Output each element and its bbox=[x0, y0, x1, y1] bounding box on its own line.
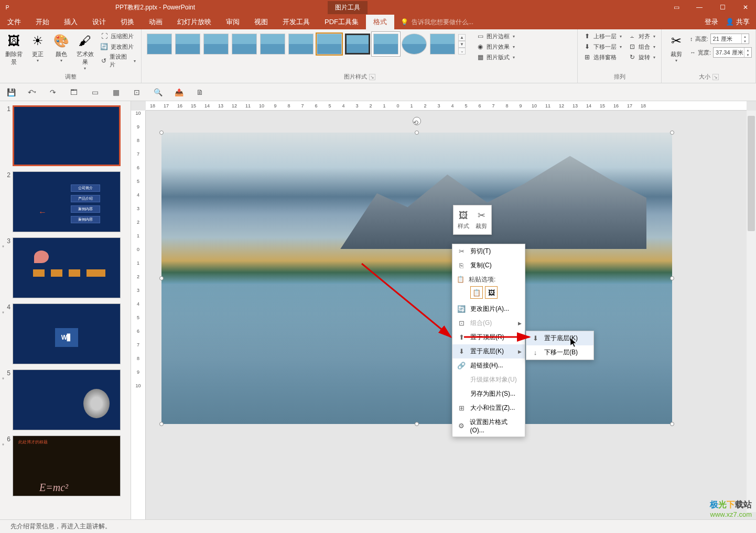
vertical-scrollbar[interactable] bbox=[747, 111, 756, 512]
style-thumb[interactable] bbox=[147, 34, 172, 55]
tab-insert[interactable]: 插入 bbox=[57, 15, 85, 29]
qat-icon-6[interactable]: 📤 bbox=[173, 86, 185, 98]
picture-border-button[interactable]: ▭图片边框▾ bbox=[474, 31, 517, 41]
qat-icon-2[interactable]: ▭ bbox=[89, 86, 101, 98]
ctx-copy[interactable]: ⎘复制(C) bbox=[452, 258, 525, 273]
style-thumb[interactable] bbox=[402, 34, 427, 55]
align-button[interactable]: ⫠对齐▾ bbox=[626, 31, 657, 41]
tab-animations[interactable]: 动画 bbox=[142, 15, 170, 29]
ctx-hyperlink[interactable]: 🔗超链接(H)... bbox=[452, 358, 525, 373]
resize-handle[interactable] bbox=[670, 276, 674, 280]
tab-file[interactable]: 文件 bbox=[0, 15, 28, 29]
tab-format[interactable]: 格式 bbox=[366, 15, 394, 29]
picture-layout-button[interactable]: ▦图片版式▾ bbox=[474, 52, 517, 62]
tab-pdf[interactable]: PDF工具集 bbox=[317, 15, 366, 29]
artistic-effects-button[interactable]: 🖌 艺术效果 ▾ bbox=[74, 31, 96, 72]
selection-pane-button[interactable]: ⊞选择窗格 bbox=[581, 52, 624, 62]
style-thumb[interactable] bbox=[203, 34, 229, 55]
dialog-launcher-icon[interactable]: ↘ bbox=[369, 74, 375, 80]
ribbon-options-icon[interactable]: ▭ bbox=[666, 0, 687, 15]
tab-slideshow[interactable]: 幻灯片放映 bbox=[170, 15, 219, 29]
tell-me-box[interactable]: 💡 告诉我您想要做什么... bbox=[401, 15, 473, 29]
style-thumb[interactable] bbox=[317, 34, 342, 55]
rotate-button[interactable]: ↻旋转▾ bbox=[626, 52, 657, 62]
selected-image[interactable] bbox=[161, 133, 672, 424]
tab-review[interactable]: 审阅 bbox=[219, 15, 247, 29]
redo-icon[interactable]: ↷ bbox=[47, 86, 59, 98]
tab-transitions[interactable]: 切换 bbox=[113, 15, 142, 29]
minimize-icon[interactable]: — bbox=[689, 0, 710, 15]
style-thumb[interactable] bbox=[260, 34, 285, 55]
slide-thumb-2[interactable]: 2 公司简介 产品介绍 案例内容 案例内容 ← bbox=[2, 171, 128, 232]
qat-icon-1[interactable]: 🗔 bbox=[68, 86, 80, 98]
slide-thumb-5[interactable]: 5* bbox=[2, 369, 128, 430]
spin-down-icon[interactable]: ▼ bbox=[744, 52, 751, 57]
scrollbar-thumb[interactable] bbox=[748, 116, 755, 231]
style-thumb[interactable] bbox=[175, 34, 200, 55]
tab-home[interactable]: 开始 bbox=[28, 15, 57, 29]
tab-developer[interactable]: 开发工具 bbox=[275, 15, 317, 29]
ctx-save-as-picture[interactable]: 另存为图片(S)... bbox=[452, 387, 525, 401]
paste-option-2[interactable]: 🖼 bbox=[485, 286, 498, 299]
contextual-tab-picture-tools[interactable]: 图片工具 bbox=[328, 1, 368, 14]
ctx-bring-to-front[interactable]: ⬆置于顶层(R)▶ bbox=[452, 330, 525, 344]
slide-thumb-1[interactable]: 1 bbox=[2, 105, 128, 166]
slide-canvas[interactable] bbox=[161, 133, 672, 424]
sub-send-to-back[interactable]: ⬇置于底层(K) bbox=[526, 331, 593, 345]
tab-design[interactable]: 设计 bbox=[85, 15, 113, 29]
resize-handle[interactable] bbox=[159, 422, 164, 426]
picture-styles-gallery[interactable]: ▲ ▼ ⌄ bbox=[145, 31, 468, 57]
group-button[interactable]: ⊡组合▾ bbox=[626, 42, 657, 51]
ctx-change-picture[interactable]: 🔄更改图片(A)... bbox=[452, 302, 525, 316]
slide-thumb-4[interactable]: 4* W▋ bbox=[2, 303, 128, 364]
qat-icon-3[interactable]: ▦ bbox=[110, 86, 122, 98]
resize-handle[interactable] bbox=[415, 130, 419, 135]
reset-picture-button[interactable]: ↺重设图片▾ bbox=[98, 52, 138, 69]
ctx-send-to-back[interactable]: ⬇置于底层(K)▶ bbox=[452, 344, 525, 358]
remove-background-button[interactable]: 🖼 删除背景 bbox=[3, 31, 25, 67]
qat-icon-5[interactable]: 🔍 bbox=[152, 86, 164, 98]
dialog-launcher-icon[interactable]: ↘ bbox=[712, 74, 719, 80]
style-thumb[interactable] bbox=[430, 34, 455, 55]
login-button[interactable]: 登录 bbox=[705, 17, 718, 27]
ctx-format-picture[interactable]: ⚙设置图片格式(O)... bbox=[452, 415, 525, 437]
crop-button[interactable]: ✂ 裁剪 ▾ bbox=[665, 31, 688, 64]
style-thumb[interactable] bbox=[232, 34, 257, 55]
style-thumb[interactable] bbox=[345, 34, 370, 55]
resize-handle[interactable] bbox=[670, 422, 674, 426]
gallery-up-icon[interactable]: ▲ bbox=[458, 34, 466, 41]
resize-handle[interactable] bbox=[159, 130, 164, 135]
mini-crop-button[interactable]: ✂ 裁剪 bbox=[476, 210, 487, 230]
compress-pictures-button[interactable]: ⛶压缩图片 bbox=[98, 31, 138, 41]
mini-style-button[interactable]: 🖼 样式 bbox=[458, 210, 469, 230]
picture-effects-button[interactable]: ◉图片效果▾ bbox=[474, 42, 517, 51]
paste-option-1[interactable]: 📋 bbox=[470, 286, 483, 299]
color-button[interactable]: 🎨 颜色 ▾ bbox=[50, 31, 72, 64]
resize-handle[interactable] bbox=[670, 130, 674, 135]
qat-icon-4[interactable]: ⊡ bbox=[131, 86, 143, 98]
resize-handle[interactable] bbox=[415, 422, 419, 426]
style-thumb[interactable] bbox=[288, 34, 314, 55]
spin-down-icon[interactable]: ▼ bbox=[742, 39, 749, 43]
corrections-button[interactable]: ☀ 更正 ▾ bbox=[27, 31, 48, 64]
send-backward-button[interactable]: ⬇下移一层▾ bbox=[581, 42, 624, 51]
change-picture-button[interactable]: 🔄更改图片 bbox=[98, 42, 138, 51]
width-input[interactable]: 37.34 厘米 ▲▼ bbox=[713, 47, 752, 58]
slide-thumb-6[interactable]: 6* 此处博才的标题 E=mc² bbox=[2, 436, 128, 496]
bring-forward-button[interactable]: ⬆上移一层▾ bbox=[581, 31, 624, 41]
slide-thumb-3[interactable]: 3* bbox=[2, 237, 128, 298]
gallery-down-icon[interactable]: ▼ bbox=[458, 41, 466, 48]
sub-send-backward[interactable]: ↓下移一层(B) bbox=[526, 345, 593, 360]
spin-up-icon[interactable]: ▲ bbox=[744, 48, 751, 52]
style-thumb[interactable] bbox=[373, 34, 398, 55]
maximize-icon[interactable]: ☐ bbox=[712, 0, 733, 15]
share-button[interactable]: 👤 共享 bbox=[726, 17, 750, 27]
resize-handle[interactable] bbox=[159, 276, 164, 280]
height-input[interactable]: 21 厘米 ▲▼ bbox=[710, 34, 749, 44]
close-icon[interactable]: ✕ bbox=[735, 0, 756, 15]
qat-icon-7[interactable]: 🗎 bbox=[194, 86, 206, 98]
tab-view[interactable]: 视图 bbox=[247, 15, 275, 29]
save-icon[interactable]: 💾 bbox=[5, 86, 17, 98]
undo-icon[interactable]: ↶ ▾ bbox=[26, 86, 38, 98]
spin-up-icon[interactable]: ▲ bbox=[742, 34, 749, 39]
